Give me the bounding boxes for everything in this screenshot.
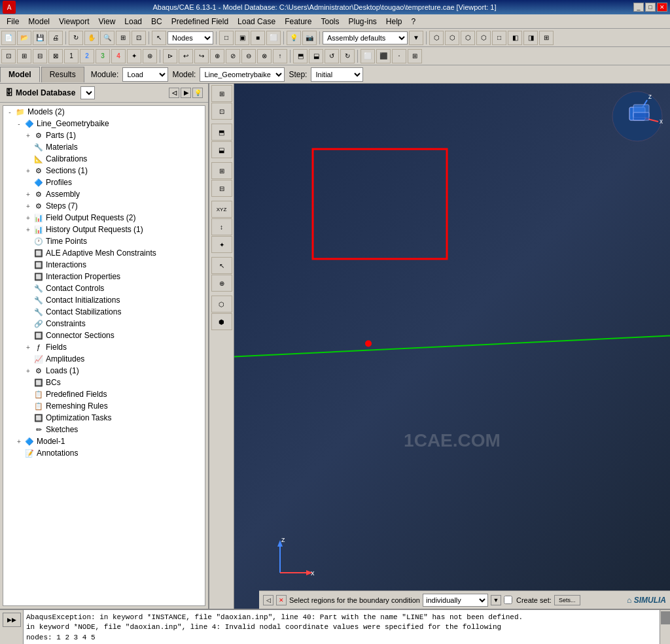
tree-expander-remeshingRules[interactable] — [24, 402, 32, 410]
view-btn[interactable]: ⊡ — [132, 31, 146, 45]
tree-item-aleAdaptive[interactable]: 🔲ALE Adaptive Mesh Constraints — [3, 247, 205, 259]
tree-expander-interactionProps[interactable] — [24, 273, 32, 280]
menu-model[interactable]: Model — [24, 16, 54, 27]
tree-expander-constraints[interactable] — [24, 320, 32, 328]
menu-question[interactable]: ? — [408, 16, 420, 27]
tree-item-amplitudes[interactable]: 📈Amplitudes — [3, 353, 205, 365]
r18[interactable]: ↑ — [273, 49, 287, 63]
r23[interactable]: ⬜ — [361, 49, 375, 63]
tree-expander-materials[interactable] — [24, 143, 32, 151]
tree-expander-assembly[interactable]: + — [24, 190, 32, 198]
save-btn[interactable]: 💾 — [33, 31, 47, 45]
assembly-defaults-select[interactable]: Assembly defaults — [323, 31, 408, 44]
menu-predefined-field[interactable]: Predefined Field — [168, 16, 232, 27]
tree-item-sketches[interactable]: ✏Sketches — [3, 424, 205, 435]
r3[interactable]: ⊟ — [33, 49, 47, 63]
r25[interactable]: ⬝ — [392, 49, 406, 63]
r21[interactable]: ↺ — [325, 49, 339, 63]
r10[interactable]: ⊛ — [143, 49, 157, 63]
tree-expander-contactStab[interactable] — [24, 308, 32, 316]
model-select[interactable]: Line_Geometrybaike — [200, 67, 285, 82]
new-btn[interactable]: 📄 — [1, 31, 16, 45]
tree-item-model1[interactable]: +🔷Model-1 — [3, 435, 205, 447]
sets-btn[interactable]: Sets... — [554, 595, 580, 605]
tree-expander-interactions[interactable] — [24, 261, 32, 269]
tree-item-parts[interactable]: +⚙Parts (1) — [3, 129, 205, 141]
tree-item-calibrations[interactable]: 📐Calibrations — [3, 153, 205, 165]
tree-expander-historyOutput[interactable]: + — [24, 226, 32, 233]
tree-expander-fields[interactable]: + — [24, 343, 32, 351]
v8-btn[interactable]: ⊞ — [539, 31, 554, 45]
tree-expander-calibrations[interactable] — [24, 155, 32, 163]
close-button[interactable]: ✕ — [657, 3, 667, 12]
tree-item-optimizationTasks[interactable]: 🔲Optimization Tasks — [3, 412, 205, 424]
tree-expander-timePoints[interactable] — [24, 237, 32, 245]
vt10[interactable]: ↖ — [211, 257, 232, 274]
tree-item-fields[interactable]: +ƒFields — [3, 341, 205, 353]
tab-results[interactable]: Results — [41, 67, 84, 82]
module-select[interactable]: Load — [122, 67, 168, 82]
r7[interactable]: 3 — [96, 49, 110, 63]
r16[interactable]: ⊖ — [241, 49, 256, 63]
tree-item-predefinedFields[interactable]: 📋Predefined Fields — [3, 388, 205, 400]
r14[interactable]: ⊕ — [210, 49, 224, 63]
tree-expander-predefinedFields[interactable] — [24, 390, 32, 398]
r2[interactable]: ⊞ — [17, 49, 31, 63]
vp-back-btn[interactable]: ◁ — [263, 595, 273, 605]
tree-item-contactInit[interactable]: 🔧Contact Initializations — [3, 294, 205, 306]
shaded-btn[interactable]: ■ — [251, 31, 265, 45]
tree-item-connectorSections[interactable]: 🔲Connector Sections — [3, 330, 205, 341]
menu-view[interactable]: View — [95, 16, 120, 27]
node-select[interactable]: Nodes — [168, 31, 213, 44]
vt13[interactable]: ⬢ — [211, 313, 232, 330]
minimize-button[interactable]: _ — [633, 3, 644, 12]
open-btn[interactable]: 📂 — [17, 31, 31, 45]
tree-item-contactStab[interactable]: 🔧Contact Stabilizations — [3, 306, 205, 318]
vp-mode-select[interactable]: individually — [423, 594, 488, 607]
tree-expander-optimizationTasks[interactable] — [24, 414, 32, 422]
vt6[interactable]: ⊟ — [211, 180, 232, 197]
menu-load-case[interactable]: Load Case — [234, 16, 279, 27]
r13[interactable]: ↪ — [194, 49, 209, 63]
r12[interactable]: ↩ — [179, 49, 193, 63]
vt4[interactable]: ⬓ — [211, 141, 232, 158]
cam-btn[interactable]: 📷 — [302, 31, 317, 45]
v7-btn[interactable]: ◨ — [523, 31, 538, 45]
tree-expander-sketches[interactable] — [24, 426, 32, 433]
tree-expander-steps[interactable]: + — [24, 202, 32, 210]
rotate-btn[interactable]: ↻ — [69, 31, 83, 45]
console-scrollbar[interactable] — [660, 610, 670, 644]
tree-item-historyOutput[interactable]: +📊History Output Requests (1) — [3, 224, 205, 235]
tree-item-steps[interactable]: +⚙Steps (7) — [3, 200, 205, 212]
tree-expander-aleAdaptive[interactable] — [24, 249, 32, 257]
tree-item-contactControls[interactable]: 🔧Contact Controls — [3, 282, 205, 294]
tree-expander-fieldOutput[interactable]: + — [24, 214, 32, 222]
tree-expander-models[interactable]: - — [6, 108, 14, 116]
tree-item-interactions[interactable]: 🔲Interactions — [3, 259, 205, 271]
vp-x-btn[interactable]: ✕ — [276, 595, 287, 605]
r15[interactable]: ⊘ — [226, 49, 240, 63]
tree-item-bcs[interactable]: 🔲BCs — [3, 377, 205, 388]
tree-expander-loads[interactable]: + — [24, 367, 32, 375]
menu-bc[interactable]: BC — [147, 16, 166, 27]
r1[interactable]: ⊡ — [1, 49, 16, 63]
tree-item-models[interactable]: -📁Models (2) — [3, 106, 205, 118]
v1-btn[interactable]: ⬡ — [429, 31, 444, 45]
tree-item-interactionProps[interactable]: 🔲Interaction Properties — [3, 271, 205, 282]
hidden-btn[interactable]: ▣ — [235, 31, 249, 45]
panel-ctrl-1[interactable]: ◁ — [169, 88, 179, 98]
tree-expander-contactControls[interactable] — [24, 284, 32, 292]
v6-btn[interactable]: ◧ — [508, 31, 522, 45]
vt3[interactable]: ⬒ — [211, 124, 232, 141]
tree-expander-contactInit[interactable] — [24, 296, 32, 304]
select-btn[interactable]: ↖ — [152, 31, 166, 45]
r17[interactable]: ⊗ — [257, 49, 272, 63]
panel-ctrl-3[interactable]: 💡 — [192, 88, 203, 98]
arrow-btn[interactable]: ▼ — [409, 31, 423, 45]
tree-item-constraints[interactable]: 🔗Constraints — [3, 318, 205, 330]
create-set-checkbox[interactable] — [504, 596, 512, 604]
menu-file[interactable]: File — [3, 16, 23, 27]
vt7[interactable]: XYZ — [211, 201, 232, 218]
visible-btn[interactable]: ⬜ — [266, 31, 281, 45]
console-btn-1[interactable]: ▶▶ — [3, 613, 21, 627]
